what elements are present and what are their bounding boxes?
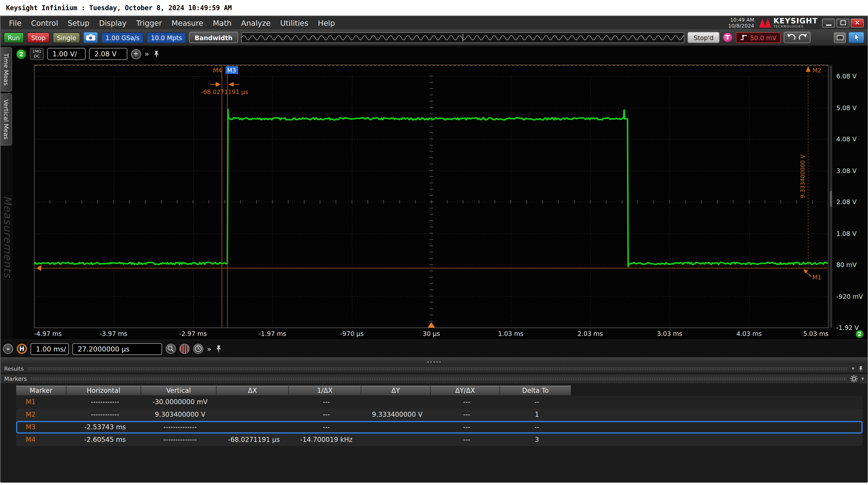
cell-delta_to: 3 [501,436,572,444]
side-tab-time-meas[interactable]: Time Meas [1,47,12,91]
workspace: Time MeasVertical MeasMeasurements 2 1MΩ… [1,46,867,340]
results-row-m4[interactable]: M4-2.60545 ms---------------68.0271191 μ… [16,433,863,446]
menu-item-setup[interactable]: Setup [63,17,94,29]
gear-icon[interactable] [850,375,858,382]
cell-inv_dx: -14.700019 kHz [290,436,363,444]
trigger-source-badge[interactable]: T [723,32,733,42]
trigger-edge-icon [740,33,748,41]
column-header-marker: Marker [16,386,66,396]
results-title-bar[interactable]: Results ▾ [1,365,867,372]
single-button[interactable]: Single [53,32,80,43]
minimize-button[interactable] [822,18,835,27]
results-table-header: MarkerHorizontalVerticalΔX1/ΔXΔYΔY/ΔXDel… [16,386,863,396]
waveform-display[interactable]: M4M3-68.0271191 μsM1M29.333400000 V [34,64,829,329]
marker-m3-label: M3 [227,67,236,74]
menu-item-utilities[interactable]: Utilities [275,17,313,29]
results-row-m3[interactable]: M3-2.53743 ms---------------------- [16,421,863,433]
expand-channel-controls-icon[interactable]: » [145,50,149,58]
acquisition-overview-strip[interactable] [241,32,685,43]
x-tick-label: 3.03 ms [657,330,682,337]
channel-2-badge[interactable]: 2 [16,49,26,59]
results-splitter[interactable] [1,358,867,365]
pin-icon[interactable] [215,345,223,353]
y-tick-label: 3.08 V [836,167,857,174]
undo-redo-group [784,32,811,43]
timebase-position-field[interactable]: 27.2000000 μs [72,343,162,355]
add-channel-button[interactable]: + [131,49,141,59]
x-tick-label: -1.97 ms [259,330,286,337]
cell-marker: M1 [17,398,68,406]
cell-dydx: --- [432,436,501,444]
pointer-mode-button[interactable] [848,32,864,43]
segmented-memory-button[interactable] [180,344,190,354]
menu-item-help[interactable]: Help [313,17,340,29]
horizontal-controls: » H 1.00 ms/ 27.2000000 μs » [1,340,867,358]
menu-item-file[interactable]: File [4,17,26,29]
acquisition-time-button[interactable] [193,344,204,354]
menu-item-measure[interactable]: Measure [167,17,208,29]
sample-rate-field[interactable]: 1.00 GSa/s [101,32,144,43]
acquisition-status-button[interactable]: Stop'd [687,32,719,43]
menu-items: FileControlSetupDisplayTriggerMeasureMat… [4,17,340,29]
close-button[interactable]: × [851,18,864,27]
screenshot-button[interactable] [83,32,98,43]
clock: 10:49 AM 10/8/2024 [728,17,754,29]
cell-dydx: --- [432,398,501,406]
magnifier-icon [167,345,175,353]
trigger-level-field[interactable]: 50.0 mV [736,32,781,43]
cell-marker: M3 [17,423,68,431]
menu-item-control[interactable]: Control [26,17,63,29]
stop-button[interactable]: Stop [27,32,50,43]
results-row-m1[interactable]: M1-------------30.0000000 mV-------- [16,396,863,408]
markers-section-bar[interactable]: Markers ▾ [1,374,867,383]
vertical-scroll-handle[interactable] [830,191,832,206]
undo-icon[interactable] [787,33,796,42]
trigger-level-value: 50.0 mV [750,34,776,41]
cell-vertical: -------------- [143,423,218,431]
vertical-scale-field[interactable]: 1.00 V/ [47,48,85,60]
axis-channel-2-badge[interactable]: 2 [856,330,864,338]
channel-coupling-badge[interactable]: 1MΩ DC [30,48,43,60]
side-tab-vertical-meas[interactable]: Vertical Meas [1,93,12,145]
run-button[interactable]: Run [4,32,24,43]
keysight-spark-icon [758,18,772,28]
vertical-scrollbar[interactable] [830,65,832,327]
collapse-icon[interactable]: ▾ [852,366,854,371]
cell-dydx: --- [432,423,501,431]
timebase-scale-field[interactable]: 1.00 ms/ [31,343,69,355]
results-row-m2[interactable]: M2------------9.303400000 V---9.33340000… [16,408,863,421]
column-header-1-x: 1/ΔX [289,386,361,396]
expand-horizontal-controls-icon[interactable]: » [207,345,211,353]
camera-icon [86,33,96,41]
bandwidth-button[interactable]: Bandwidth [189,32,238,43]
pin-icon[interactable] [858,366,864,372]
cell-delta_to: -- [501,398,572,406]
expand-panel-button[interactable]: » [3,344,13,354]
display-mode-button[interactable] [834,32,846,43]
x-tick-label: -4.97 ms [34,330,62,337]
zoom-button[interactable] [166,344,176,354]
x-tick-label: -3.97 ms [100,330,127,337]
menu-item-trigger[interactable]: Trigger [131,17,167,29]
clock-icon [194,345,202,353]
y-tick-label: 4.08 V [836,135,857,143]
clock-time: 10:49 AM [728,17,754,23]
horizontal-badge[interactable]: H [17,344,27,354]
markers-menu-icon[interactable]: ▾ [861,376,864,381]
results-table-body: M1-------------30.0000000 mV--------M2--… [16,396,863,446]
cell-horizontal: ------------ [68,411,143,419]
memory-depth-field[interactable]: 10.0 Mpts [147,32,186,43]
cell-dx: -68.0271191 μs [218,436,290,444]
y-tick-label: 5.08 V [836,104,857,111]
x-axis-labels: -4.97 ms-3.97 ms-2.97 ms-1.97 ms-970 μs3… [34,330,829,339]
pin-icon[interactable] [153,50,160,58]
menu-item-display[interactable]: Display [94,17,131,29]
results-title: Results [4,366,24,372]
restore-button[interactable] [836,18,849,27]
menu-item-math[interactable]: Math [208,17,236,29]
redo-icon[interactable] [798,33,808,42]
vertical-offset-field[interactable]: 2.08 V [89,48,127,60]
menu-item-analyze[interactable]: Analyze [236,17,275,29]
y-tick-label: -1.92 V [836,324,859,331]
titlebar-texture [27,367,848,370]
